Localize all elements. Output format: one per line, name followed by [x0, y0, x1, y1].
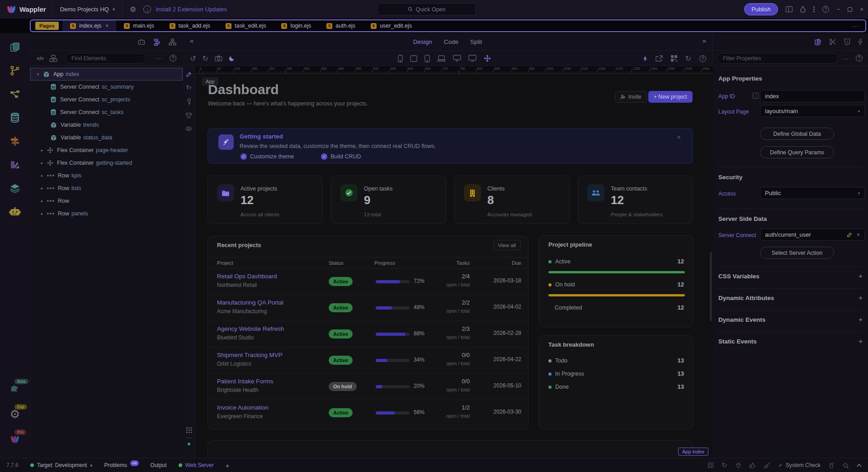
theme-shirt-icon[interactable] [185, 111, 192, 119]
expand-right-icon[interactable]: » [703, 37, 706, 44]
text-tool-icon[interactable]: TT [186, 84, 191, 91]
pages-panel-icon[interactable] [8, 40, 22, 54]
tab-index-ejs[interactable]: 5 index.ejs × [62, 20, 116, 31]
project-link[interactable]: Agency Website Refresh [217, 325, 284, 332]
tree-item-sc-summary[interactable]: Server Connect sc_summary [30, 81, 183, 93]
table-row[interactable]: Invoice Automation Evergreen Finance Act… [208, 400, 528, 426]
tab-task-add-ejs[interactable]: 5 task_add.ejs [162, 20, 218, 31]
table-row[interactable]: Retail Ops Dashboard Northwind Retail Ac… [208, 269, 528, 295]
project-link[interactable]: Manufacturing QA Portal [217, 299, 283, 306]
tab-main-ejs[interactable]: 5 main.ejs [116, 20, 162, 31]
view-all-button[interactable]: View all [493, 240, 521, 250]
ai-view-icon[interactable] [137, 38, 146, 46]
grid-handle-icon[interactable] [186, 427, 192, 433]
tree-help-icon[interactable]: ? [170, 55, 176, 62]
broom-icon[interactable] [764, 462, 770, 468]
edit-pencil-icon[interactable] [847, 232, 852, 238]
section-dynamic-attributes[interactable]: Dynamic Attributes [718, 295, 774, 301]
section-dynamic-events[interactable]: Dynamic Events [718, 316, 765, 323]
thumbs-up-icon[interactable] [750, 462, 756, 468]
table-row[interactable]: Manufacturing QA Portal Acme Manufacturi… [208, 295, 528, 321]
add-static-event-button[interactable]: + [859, 337, 863, 345]
tree-more-button[interactable]: ··· [156, 55, 163, 62]
problems-button[interactable]: Problems 0/6 [104, 462, 138, 468]
chevron-right-icon[interactable]: ▸ [40, 173, 44, 178]
chevron-right-icon[interactable]: ▸ [40, 186, 44, 191]
qr-preview-icon[interactable] [671, 55, 677, 62]
scissors-icon[interactable] [829, 38, 836, 45]
tree-item-sc-tasks[interactable]: Server Connect sc_tasks [30, 106, 183, 119]
theme-drop-icon[interactable] [800, 6, 806, 13]
wappler-pro-icon[interactable]: Pro [8, 433, 22, 446]
web-server-button[interactable]: Web Server [179, 462, 214, 468]
add-panel-button[interactable]: + [226, 462, 230, 469]
undo-icon[interactable]: ↺ [190, 54, 196, 63]
device-tablet-portrait-icon[interactable] [425, 55, 430, 62]
routes-panel-icon[interactable] [8, 134, 22, 148]
server-connect-input[interactable]: auth/current_user × [760, 229, 865, 241]
tab-overflow-button[interactable]: ··· [852, 23, 859, 29]
tree-item-app-index[interactable]: ▾ App index [30, 68, 183, 81]
visibility-eye-icon[interactable] [185, 125, 192, 132]
define-query-params-button[interactable]: Define Query Params [760, 146, 834, 158]
tab-close-icon[interactable]: × [105, 23, 108, 29]
actions-bolt-icon[interactable] [643, 55, 647, 62]
device-phone-icon[interactable] [398, 55, 403, 62]
tab-code[interactable]: Code [444, 38, 458, 45]
tree-item-flex-page-header[interactable]: ▸ Flex Container page-header [30, 144, 183, 157]
refresh-icon[interactable]: ↻ [685, 54, 691, 63]
git-panel-icon[interactable] [8, 64, 22, 77]
tab-split[interactable]: Split [470, 38, 482, 45]
components-icon[interactable] [49, 55, 57, 62]
device-monitor-icon[interactable] [468, 55, 476, 62]
table-row[interactable]: Patient Intake Forms Brightside Health O… [208, 374, 528, 400]
layout-page-select[interactable]: layouts/main▾ [760, 105, 865, 117]
extensions-beta-icon[interactable]: Beta [8, 382, 22, 396]
edit-mode-pencil-icon[interactable] [186, 71, 192, 78]
chevron-right-icon[interactable]: ▸ [40, 211, 44, 216]
device-tablet-icon[interactable] [410, 55, 417, 62]
tree-item-row-panels[interactable]: ▸ Row panels [30, 207, 183, 220]
screenshot-camera-icon[interactable] [215, 55, 222, 62]
tree-item-var-trends[interactable]: Variable trends [30, 119, 183, 131]
chevron-down-icon[interactable]: ▾ [36, 72, 40, 76]
find-elements-input[interactable] [66, 53, 146, 64]
tree-item-flex-getting-started[interactable]: ▸ Flex Container getting-started [30, 157, 183, 169]
redo-icon[interactable]: ↻ [202, 54, 208, 63]
experimental-settings-icon[interactable]: ⚙ Exp [8, 407, 22, 421]
add-css-variable-button[interactable]: + [859, 272, 863, 280]
output-button[interactable]: Output [151, 462, 167, 468]
publish-button[interactable]: Publish [744, 3, 778, 15]
tab-design[interactable]: Design [413, 38, 432, 45]
section-css-variables[interactable]: CSS Variables [718, 273, 760, 280]
css-styles-icon[interactable]: 3 [844, 38, 850, 45]
app-id-input[interactable]: index [760, 90, 865, 102]
responsive-resize-icon[interactable] [484, 55, 491, 62]
define-global-data-button[interactable]: Define Global Data [760, 128, 834, 140]
add-dynamic-event-button[interactable]: + [859, 315, 863, 323]
spray-clean-icon[interactable] [829, 462, 834, 468]
tree-item-row-lists[interactable]: ▸ Row lists [30, 182, 183, 195]
select-server-action-button[interactable]: Select Server Action [760, 247, 834, 259]
pages-button[interactable]: Pages [35, 22, 59, 30]
tab-login-ejs[interactable]: 5 login.ejs [274, 20, 319, 31]
project-link[interactable]: Retail Ops Dashboard [217, 273, 277, 280]
canvas-scrollbar[interactable] [710, 252, 712, 321]
more-menu-icon[interactable] [813, 6, 815, 12]
grid-view-icon[interactable] [708, 462, 713, 468]
code-view-icon[interactable]: </> [37, 56, 44, 61]
properties-pencil-icon[interactable] [815, 38, 821, 45]
window-close-button[interactable]: × [860, 6, 863, 13]
invite-button[interactable]: Invite [615, 91, 647, 103]
extension-update-icon[interactable]: ↓ [143, 5, 151, 13]
window-maximize-button[interactable] [848, 7, 852, 12]
properties-help-icon[interactable]: ? [856, 55, 863, 62]
events-bolt-icon[interactable] [858, 38, 863, 45]
access-select[interactable]: Public▾ [760, 187, 865, 199]
tab-task-edit-ejs[interactable]: 5 task_edit.ejs [218, 20, 274, 31]
table-row[interactable]: Agency Website Refresh Bluebird Studio A… [208, 321, 528, 348]
layout-columns-icon[interactable] [786, 6, 793, 12]
quick-open-button[interactable]: Quick Open [377, 3, 476, 15]
table-row[interactable]: Shipment Tracking MVP Orbit Logistics Ac… [208, 348, 528, 374]
list-view-icon[interactable] [154, 38, 160, 46]
